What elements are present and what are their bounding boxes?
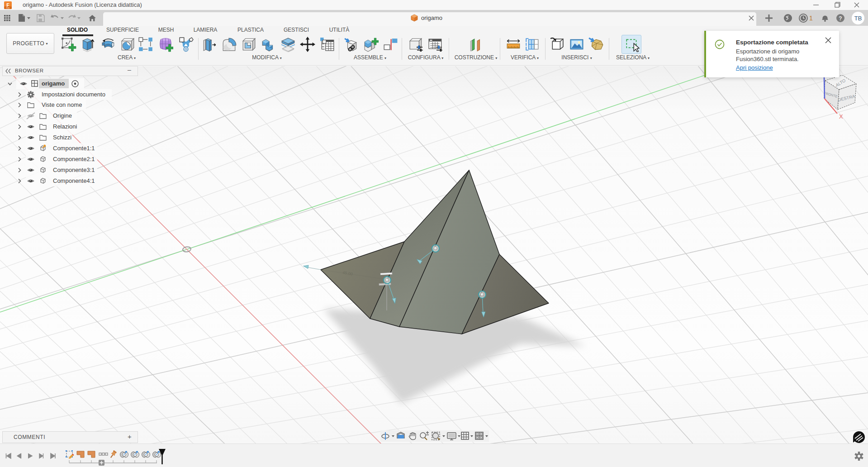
svg-text:origamo: origamo — [421, 14, 442, 21]
svg-text:X: X — [839, 113, 843, 120]
svg-text:FUS: FUS — [6, 7, 10, 9]
svg-text:F: F — [6, 2, 9, 8]
svg-text:TB: TB — [854, 15, 862, 22]
svg-text:?: ? — [839, 15, 842, 22]
svg-text:1: 1 — [809, 14, 813, 22]
